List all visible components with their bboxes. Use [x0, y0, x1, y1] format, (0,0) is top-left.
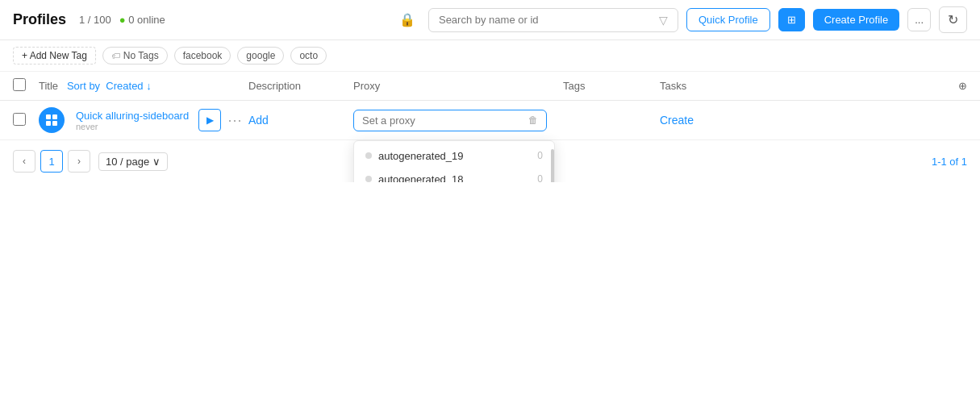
scrollbar-thumb[interactable] [551, 149, 554, 183]
current-page[interactable]: 1 [40, 150, 63, 173]
proxy-dropdown: autogenerated_19 0 autogenerated_18 0 au… [353, 140, 555, 183]
online-count: ● 0 online [119, 14, 165, 26]
add-desc-link[interactable]: Add [248, 114, 269, 127]
proxy-input-box: 🗑 [353, 110, 547, 131]
proxy-clear-icon[interactable]: 🗑 [528, 114, 538, 126]
header-tags-col: Tags [563, 80, 660, 92]
proxy-list: autogenerated_19 0 autogenerated_18 0 au… [354, 141, 554, 183]
svg-rect-1 [52, 114, 57, 119]
tag-octo[interactable]: octo [290, 47, 327, 64]
play-button[interactable]: ▶ [198, 109, 221, 131]
table-header: Title Sort by Created ↓ Description Prox… [0, 72, 980, 101]
tasks-cell: Create [660, 114, 757, 127]
refresh-icon: ↻ [948, 13, 958, 27]
select-all-checkbox[interactable] [13, 78, 26, 91]
header-title-col: Title Sort by Created ↓ [39, 80, 248, 92]
header-checkbox-col [13, 78, 39, 94]
header-bar: Profiles 1 / 100 ● 0 online 🔒 ▽ Quick Pr… [0, 0, 980, 40]
online-dot: ● [119, 14, 126, 26]
sort-by-label[interactable]: Sort by Created ↓ [67, 80, 152, 92]
profile-name[interactable]: Quick alluring-sideboard [76, 110, 189, 122]
search-input[interactable] [439, 14, 654, 26]
svg-rect-3 [52, 121, 57, 126]
add-column-button[interactable]: ⊕ [958, 80, 967, 92]
avatar [39, 107, 65, 133]
profile-info: Quick alluring-sideboard never [76, 110, 189, 131]
add-new-tag-button[interactable]: + Add New Tag [13, 47, 96, 64]
chevron-down-icon: ∨ [152, 156, 161, 168]
page-title: Profiles [13, 11, 66, 28]
header-desc-col: Description [248, 80, 353, 92]
refresh-button[interactable]: ↻ [939, 6, 967, 33]
prev-page-button[interactable]: ‹ [13, 150, 35, 173]
next-page-button[interactable]: › [68, 150, 90, 173]
tag-facebook[interactable]: facebook [174, 47, 231, 64]
row-checkbox[interactable] [13, 113, 26, 126]
list-item[interactable]: autogenerated_19 0 [354, 144, 554, 168]
table-row: Quick alluring-sideboard never ▶ ⋯ Add 🗑… [0, 101, 980, 140]
row-more-button[interactable]: ⋯ [224, 111, 245, 129]
proxy-status-dot [365, 152, 372, 159]
header-tasks-col: Tasks [660, 80, 757, 92]
desc-cell: Add [248, 114, 353, 127]
profile-title-cell: Quick alluring-sideboard never ▶ ⋯ [39, 107, 248, 133]
svg-rect-2 [46, 121, 51, 126]
list-item[interactable]: autogenerated_18 0 [354, 168, 554, 183]
grid-icon: ⊞ [787, 14, 796, 26]
create-task-link[interactable]: Create [660, 114, 694, 127]
svg-rect-0 [46, 114, 51, 119]
proxy-search-input[interactable] [362, 114, 523, 127]
lock-icon[interactable]: 🔒 [399, 12, 415, 27]
filter-icon[interactable]: ▽ [659, 14, 668, 27]
header-proxy-col: Proxy [353, 80, 563, 92]
proxy-status-dot [365, 176, 372, 182]
proxy-cell: 🗑 autogenerated_19 0 autogenerated_18 0 … [353, 110, 563, 131]
page-total: 1-1 of 1 [932, 156, 967, 168]
quick-profile-button[interactable]: Quick Profile [686, 8, 770, 31]
page-size-select[interactable]: 10 / page ∨ [98, 152, 168, 171]
sort-arrow-icon: ↓ [146, 80, 152, 92]
profile-count: 1 / 100 [79, 14, 111, 26]
search-box: ▽ [428, 8, 678, 32]
grid-view-button[interactable]: ⊞ [778, 8, 805, 31]
create-profile-button[interactable]: Create Profile [813, 9, 899, 31]
tag-google[interactable]: google [237, 47, 284, 64]
row-checkbox-col [13, 113, 39, 128]
more-options-button[interactable]: ... [907, 8, 931, 31]
tag-no-tags-icon: 🏷 [111, 51, 120, 60]
tags-bar: + Add New Tag 🏷 No Tags facebook google … [0, 40, 980, 72]
tag-no-tags[interactable]: 🏷 No Tags [102, 47, 168, 64]
profile-sub: never [76, 122, 189, 131]
